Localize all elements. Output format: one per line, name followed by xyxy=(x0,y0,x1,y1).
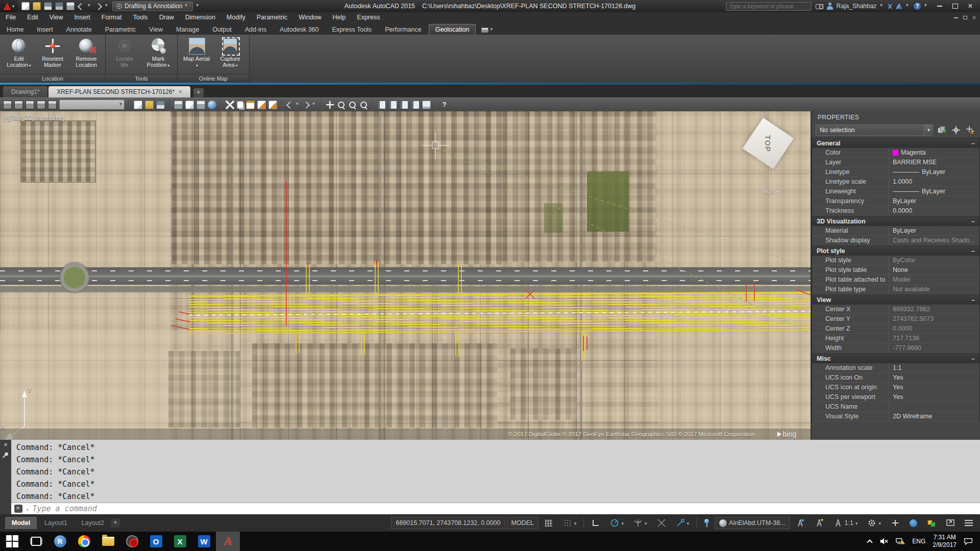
ribbon-panel-title[interactable]: Location xyxy=(0,74,105,83)
property-value[interactable]: ByLayer xyxy=(889,187,979,196)
property-value[interactable]: 669332.7862 xyxy=(889,305,979,314)
ribbon-tab[interactable]: Autodesk 360 xyxy=(274,24,325,35)
property-value[interactable]: 2D Wireframe xyxy=(889,412,979,421)
plus-customization-button[interactable] xyxy=(887,517,904,529)
new-layout-button[interactable] xyxy=(111,518,120,528)
property-value[interactable]: 717.7136 xyxy=(889,334,979,343)
annotation-scale-button[interactable]: 1:1 xyxy=(829,517,862,529)
properties-palette-icon[interactable] xyxy=(377,101,386,109)
save-button[interactable] xyxy=(44,2,52,10)
hidden-icons-chevron[interactable] xyxy=(867,539,872,544)
viewport-controls-label[interactable]: [-][Top][2D Wireframe] xyxy=(4,114,64,121)
geolocation-pin[interactable] xyxy=(700,517,713,529)
taskbar-app[interactable] xyxy=(0,532,24,551)
select-objects-button[interactable] xyxy=(965,124,976,136)
new-drawing-tab-button[interactable] xyxy=(193,88,204,97)
menu-item[interactable]: Insert xyxy=(69,12,96,23)
property-value[interactable]: Not available xyxy=(889,285,979,294)
ribbon-tab[interactable]: Annotate xyxy=(60,24,98,35)
help-dropdown-icon[interactable] xyxy=(924,4,928,8)
polar-dropdown-icon[interactable] xyxy=(621,519,624,527)
match-layer-icon[interactable] xyxy=(268,101,277,109)
taskbar-app[interactable]: X xyxy=(168,532,192,551)
a360-dropdown-icon[interactable] xyxy=(906,4,910,8)
language-indicator[interactable]: ENG xyxy=(912,538,925,545)
toolbar-help-icon[interactable] xyxy=(440,101,449,109)
new-file-icon[interactable] xyxy=(134,101,142,109)
taskbar-app[interactable]: W xyxy=(192,532,216,551)
tool-palettes-icon[interactable] xyxy=(400,101,408,109)
snap-dropdown-icon[interactable] xyxy=(574,519,577,527)
taskbar-app[interactable]: O xyxy=(144,532,168,551)
ribbon-tab[interactable]: Geolocation xyxy=(429,24,476,35)
property-value[interactable]: ByLayer xyxy=(889,196,979,206)
object-snap-toggle[interactable] xyxy=(672,517,694,529)
command-input-placeholder[interactable]: Type a command xyxy=(32,504,96,513)
save-file-icon[interactable] xyxy=(156,101,165,109)
property-value[interactable] xyxy=(889,402,979,411)
isodraft-dropdown-icon[interactable] xyxy=(645,519,647,527)
viewcube-face-label[interactable]: TOP xyxy=(764,135,772,152)
close-button[interactable] xyxy=(963,0,978,12)
layout-tab[interactable]: Layout2 xyxy=(75,517,111,529)
ribbon-tab[interactable]: View xyxy=(143,24,169,35)
menu-item[interactable]: Tools xyxy=(127,12,153,23)
grid-toggle[interactable] xyxy=(540,517,557,529)
help-icon[interactable] xyxy=(914,3,921,10)
menu-item[interactable]: Express xyxy=(351,12,385,23)
taskbar-app[interactable]: A xyxy=(216,532,240,551)
pan-icon[interactable] xyxy=(326,101,334,109)
search-input[interactable] xyxy=(726,2,812,11)
drawing-tab[interactable]: Drawing1* xyxy=(3,86,47,97)
undo-dropdown-icon[interactable] xyxy=(88,4,92,8)
workspace-switcher[interactable]: Drafting & Annotation xyxy=(112,2,193,11)
property-value[interactable]: ByLayer xyxy=(889,226,979,235)
ribbon-button[interactable]: Edit Location xyxy=(3,36,35,74)
ribbon-button[interactable]: Mark Position xyxy=(142,36,175,74)
minimize-button[interactable] xyxy=(932,0,947,12)
property-value[interactable]: 0.0000 xyxy=(889,324,979,333)
network-warning-icon[interactable] xyxy=(896,537,905,545)
coordinates-readout[interactable]: 669015.7071, 2743708.1232, 0.0000 xyxy=(391,517,505,529)
ribbon-tab[interactable]: Performance xyxy=(379,24,428,35)
menu-item[interactable]: Help xyxy=(327,12,352,23)
selection-combo[interactable]: No selection xyxy=(816,124,933,136)
property-value[interactable]: 2743762.5073 xyxy=(889,314,979,323)
property-value[interactable]: 1:1 xyxy=(889,363,979,372)
ribbon-button[interactable]: Map Aerial xyxy=(180,36,213,74)
snap-toggle[interactable] xyxy=(559,517,581,529)
user-dropdown-icon[interactable] xyxy=(880,4,884,8)
layer-previous-icon[interactable] xyxy=(48,101,57,109)
menu-item[interactable]: Dimension xyxy=(180,12,221,23)
tab-close-icon[interactable] xyxy=(179,86,182,97)
section-header[interactable]: 3D Visualization xyxy=(812,216,979,226)
menu-item[interactable]: Draw xyxy=(154,12,180,23)
paste-icon[interactable] xyxy=(246,101,255,109)
search-icon[interactable] xyxy=(815,3,823,9)
property-value[interactable]: -777.9680 xyxy=(889,343,979,353)
ribbon-display-toggle[interactable] xyxy=(481,28,494,35)
open-file-icon[interactable] xyxy=(145,101,154,109)
layout-tab[interactable]: Model xyxy=(5,517,37,529)
object-snap-tracking-toggle[interactable] xyxy=(653,517,670,529)
coordinate-system-button[interactable]: AinElAbd.UTM-38... xyxy=(715,517,790,529)
saveas-button[interactable] xyxy=(55,2,63,10)
model-space-toggle[interactable]: MODEL xyxy=(507,517,538,529)
property-value[interactable]: Yes xyxy=(889,373,979,382)
menu-item[interactable]: Window xyxy=(293,12,327,23)
restore-button[interactable] xyxy=(947,0,963,12)
ribbon-tab[interactable]: Insert xyxy=(31,24,59,35)
undo-button[interactable] xyxy=(78,3,85,9)
toggle-pickadd-button[interactable] xyxy=(936,124,947,136)
qat-customize-icon[interactable] xyxy=(196,4,200,8)
redo-list-icon[interactable] xyxy=(312,103,316,107)
zoom-window-icon[interactable] xyxy=(348,101,357,109)
workspace-dropdown-icon[interactable] xyxy=(878,519,881,527)
recent-commands-icon[interactable] xyxy=(26,504,29,513)
menu-item[interactable]: Parametric xyxy=(251,12,293,23)
property-value[interactable]: Yes xyxy=(889,392,979,402)
workspaces-icon[interactable] xyxy=(3,101,12,109)
qnew-button[interactable] xyxy=(21,2,30,10)
osnap-dropdown-icon[interactable] xyxy=(687,519,690,527)
ribbon-tab[interactable]: Home xyxy=(1,24,30,35)
